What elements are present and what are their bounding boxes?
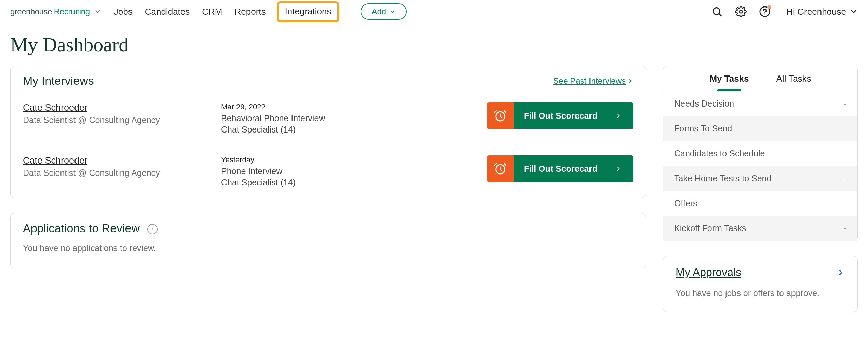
interview-row: Cate Schroeder Data Scientist @ Consulti… — [23, 145, 633, 198]
candidate-role: Data Scientist @ Consulting Agency — [23, 168, 221, 178]
task-row[interactable]: Forms To Send - — [663, 116, 857, 141]
tab-my-tasks[interactable]: My Tasks — [709, 73, 749, 91]
nav-icons: Hi Greenhouse — [711, 6, 858, 17]
task-label: Forms To Send — [674, 124, 732, 134]
see-past-interviews-link[interactable]: See Past Interviews — [553, 76, 633, 86]
nav-reports[interactable]: Reports — [235, 6, 266, 17]
fill-scorecard-button[interactable]: Fill Out Scorecard — [487, 155, 633, 182]
tasks-list: Needs Decision - Forms To Send - Candida… — [663, 91, 857, 241]
help-icon[interactable] — [759, 6, 771, 17]
tasks-card: My Tasks All Tasks Needs Decision - Form… — [663, 66, 858, 241]
fill-scorecard-button[interactable]: Fill Out Scorecard — [487, 102, 633, 129]
nav-jobs[interactable]: Jobs — [114, 6, 133, 17]
interview-job: Chat Specialist (14) — [221, 125, 487, 135]
alarm-icon — [487, 102, 514, 129]
task-count: - — [844, 198, 846, 208]
candidate-role: Data Scientist @ Consulting Agency — [23, 115, 221, 125]
applications-title-text: Applications to Review — [23, 222, 140, 235]
applications-empty-text: You have no applications to review. — [11, 240, 646, 268]
chevron-right-icon — [628, 78, 633, 84]
task-count: - — [844, 124, 846, 134]
interview-date: Yesterday — [221, 155, 487, 164]
chevron-down-icon — [390, 9, 396, 15]
interview-job: Chat Specialist (14) — [221, 178, 487, 188]
add-label: Add — [371, 7, 386, 16]
page-title: My Dashboard — [10, 33, 858, 56]
alarm-icon — [487, 155, 514, 182]
settings-icon[interactable] — [735, 6, 747, 17]
user-greeting: Hi Greenhouse — [786, 6, 846, 17]
svg-line-1 — [719, 14, 721, 16]
chevron-right-icon[interactable] — [836, 268, 845, 277]
task-row[interactable]: Offers - — [663, 191, 857, 216]
brand-part2: Recruiting — [54, 7, 90, 16]
applications-title: Applications to Review i — [23, 222, 158, 235]
task-count: - — [844, 149, 846, 158]
task-count: - — [844, 173, 846, 183]
nav-crm[interactable]: CRM — [202, 6, 222, 17]
chevron-right-icon — [615, 112, 622, 119]
task-row[interactable]: Take Home Tests to Send - — [663, 166, 857, 191]
tab-all-tasks[interactable]: All Tasks — [776, 73, 811, 91]
nav-candidates[interactable]: Candidates — [145, 6, 190, 17]
nav-items: Jobs Candidates CRM Reports Integrations… — [114, 3, 407, 20]
past-link-label: See Past Interviews — [553, 76, 626, 86]
task-row[interactable]: Kickoff Form Tasks - — [663, 216, 857, 241]
approvals-card: My Approvals You have no jobs or offers … — [663, 256, 858, 312]
scorecard-label: Fill Out Scorecard — [524, 111, 597, 121]
task-label: Candidates to Schedule — [674, 149, 765, 158]
approvals-empty-text: You have no jobs or offers to approve. — [663, 281, 857, 312]
info-icon[interactable]: i — [147, 224, 158, 234]
chevron-down-icon — [94, 8, 101, 15]
task-label: Needs Decision — [674, 99, 734, 109]
task-count: - — [844, 223, 846, 233]
notification-dot-icon — [767, 5, 771, 9]
user-menu[interactable]: Hi Greenhouse — [786, 6, 858, 17]
task-row[interactable]: Needs Decision - — [663, 91, 857, 116]
interview-date: Mar 29, 2022 — [221, 102, 487, 111]
brand-logo[interactable]: greenhouse Recruiting — [10, 7, 101, 16]
scorecard-label: Fill Out Scorecard — [524, 164, 597, 174]
interview-type: Phone Interview — [221, 166, 487, 176]
task-count: - — [844, 99, 846, 109]
applications-card: Applications to Review i You have no app… — [10, 213, 646, 268]
nav-integrations[interactable]: Integrations — [277, 1, 340, 22]
svg-point-2 — [740, 10, 743, 13]
task-label: Offers — [674, 198, 697, 208]
my-interviews-card: My Interviews See Past Interviews Cate S… — [10, 66, 646, 198]
my-interviews-title: My Interviews — [23, 74, 94, 87]
candidate-name-link[interactable]: Cate Schroeder — [23, 102, 221, 113]
chevron-right-icon — [615, 165, 622, 172]
my-approvals-link[interactable]: My Approvals — [676, 266, 741, 279]
chevron-down-icon — [850, 8, 858, 16]
brand-part1: greenhouse — [10, 7, 52, 16]
top-nav: greenhouse Recruiting Jobs Candidates CR… — [0, 0, 868, 25]
candidate-name-link[interactable]: Cate Schroeder — [23, 155, 221, 166]
search-icon[interactable] — [711, 6, 723, 17]
task-row[interactable]: Candidates to Schedule - — [663, 141, 857, 166]
interview-type: Behavioral Phone Interview — [221, 113, 487, 123]
task-label: Take Home Tests to Send — [674, 173, 771, 183]
tasks-tabs: My Tasks All Tasks — [663, 66, 857, 91]
task-label: Kickoff Form Tasks — [674, 223, 746, 233]
interview-row: Cate Schroeder Data Scientist @ Consulti… — [11, 92, 646, 145]
add-button[interactable]: Add — [361, 3, 407, 20]
